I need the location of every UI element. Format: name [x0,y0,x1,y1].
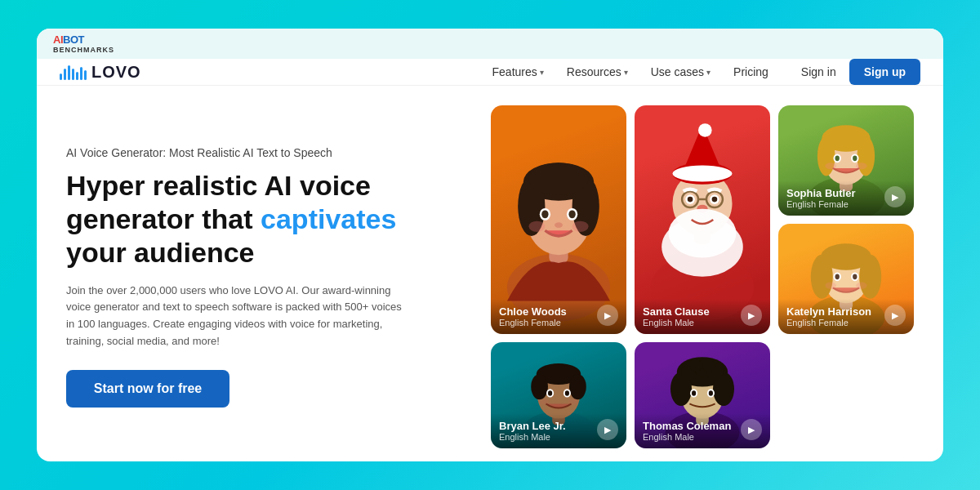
svg-point-12 [528,221,545,232]
svg-point-51 [835,274,840,279]
svg-point-11 [555,222,563,228]
svg-point-52 [853,274,857,279]
hero-description: Join the over 2,000,000 users who love L… [66,283,409,350]
svg-point-76 [689,359,702,372]
nav-links: Features ▾ Resources ▾ Use cases ▾ Prici… [492,65,768,78]
left-panel: AI Voice Generator: Most Realistic AI Te… [66,105,458,448]
voice-card-katelyn[interactable]: Katelyn Harrison English Female ▶ [778,224,914,334]
signup-button[interactable]: Sign up [849,59,920,85]
svg-point-25 [856,163,867,169]
svg-point-60 [569,374,586,399]
navbar: LOVO Features ▾ Resources ▾ Use cases ▾ … [37,59,943,86]
svg-point-32 [672,166,732,182]
voice-card-thomas[interactable]: Thomas Coleman English Male ▶ [635,342,770,448]
svg-point-54 [856,283,867,289]
svg-point-22 [835,155,840,161]
top-banner: AIBOT BENCHMARKS [37,29,943,59]
hero-headline: Hyper realistic AI voice generator that … [66,169,442,269]
svg-point-47 [811,255,833,299]
hero-subtitle: AI Voice Generator: Most Realistic AI Te… [66,146,442,159]
svg-point-13 [572,221,589,232]
svg-point-64 [565,390,569,396]
aibot-logo: AIBOT BENCHMARKS [53,33,114,54]
voice-card-santa[interactable]: Santa Clause English Male ▶ [635,105,770,334]
santa-play-button[interactable]: ▶ [741,305,762,326]
svg-point-81 [709,390,713,396]
svg-point-23 [853,155,857,161]
svg-point-80 [692,390,696,396]
svg-point-33 [698,123,712,137]
content-area: AI Voice Generator: Most Realistic AI Te… [37,86,943,461]
svg-point-63 [548,390,552,396]
nav-pricing[interactable]: Pricing [733,65,768,78]
nav-auth: Sign in Sign up [801,59,920,85]
voice-card-sophia[interactable]: Sophia Butler English Female ▶ [778,105,914,216]
svg-point-65 [538,399,549,405]
svg-point-48 [859,255,881,299]
thomas-play-button[interactable]: ▶ [741,419,762,440]
logo-waves-icon [60,64,87,80]
katelyn-play-button[interactable]: ▶ [884,305,906,326]
svg-point-18 [817,136,835,176]
svg-point-66 [568,399,579,405]
logo-area: LOVO [60,63,141,82]
signin-button[interactable]: Sign in [801,65,836,78]
main-card: AIBOT BENCHMARKS LOVO Features ▾ Resourc… [37,29,943,461]
logo-text: LOVO [91,63,141,82]
svg-point-10 [568,210,575,218]
svg-point-37 [712,197,718,203]
start-now-button[interactable]: Start now for free [66,370,229,408]
svg-point-77 [702,359,715,372]
chloe-play-button[interactable]: ▶ [597,305,618,326]
svg-point-9 [541,210,548,218]
nav-resources[interactable]: Resources ▾ [567,65,628,78]
svg-point-19 [858,136,875,176]
svg-point-36 [688,197,693,203]
voice-card-chloe[interactable]: Chloe Woods English Female ▶ [491,105,626,334]
voice-card-bryan[interactable]: Bryan Lee Jr. English Male ▶ [491,342,626,448]
svg-point-6 [528,163,588,195]
nav-features[interactable]: Features ▾ [492,65,544,78]
voice-cards-grid: Chloe Woods English Female ▶ [491,105,914,448]
bryan-play-button[interactable]: ▶ [597,419,618,440]
sophia-play-button[interactable]: ▶ [884,186,906,207]
svg-point-24 [825,163,836,169]
svg-point-59 [531,374,548,399]
svg-point-53 [825,283,836,289]
nav-use-cases[interactable]: Use cases ▾ [651,65,710,78]
svg-point-42 [669,209,737,258]
